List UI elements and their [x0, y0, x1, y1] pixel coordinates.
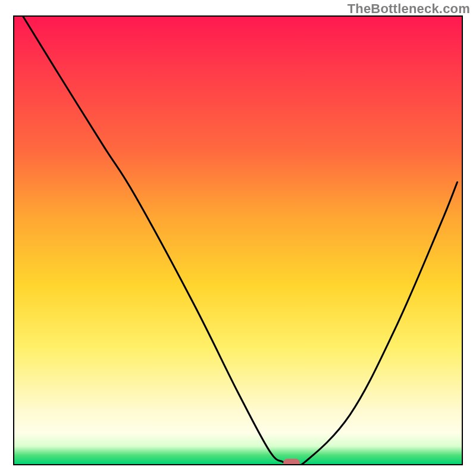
bottleneck-curve — [14, 17, 462, 464]
chart-stage: TheBottleneck.com — [0, 0, 476, 476]
optimal-marker — [283, 459, 300, 465]
plot-frame — [13, 15, 463, 465]
watermark-text: TheBottleneck.com — [347, 1, 470, 17]
